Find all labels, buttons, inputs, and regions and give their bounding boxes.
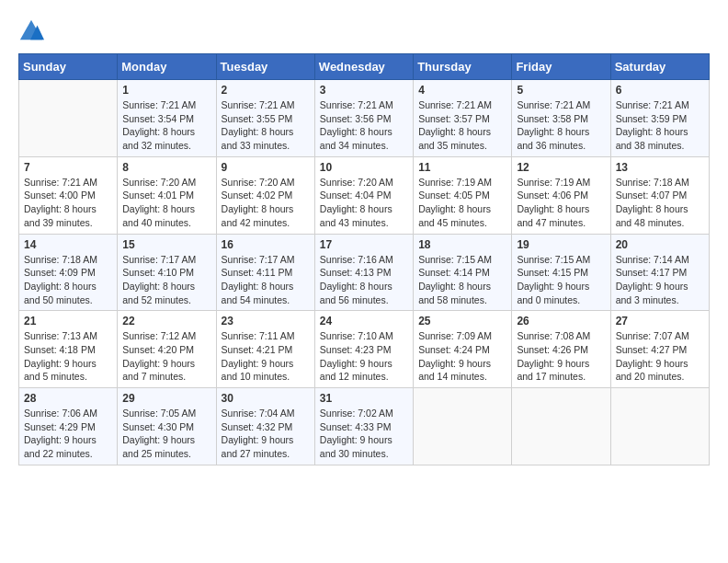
day-info: Sunrise: 7:21 AM Sunset: 3:58 PM Dayligh… xyxy=(517,98,605,153)
calendar-day-cell xyxy=(19,80,118,157)
calendar-day-cell: 1Sunrise: 7:21 AM Sunset: 3:54 PM Daylig… xyxy=(118,80,216,157)
day-info: Sunrise: 7:14 AM Sunset: 4:17 PM Dayligh… xyxy=(616,253,704,307)
day-info: Sunrise: 7:04 AM Sunset: 4:32 PM Dayligh… xyxy=(222,407,310,461)
day-number: 30 xyxy=(222,392,310,405)
calendar-day-cell: 2Sunrise: 7:21 AM Sunset: 3:55 PM Daylig… xyxy=(216,80,314,157)
calendar-day-cell: 4Sunrise: 7:21 AM Sunset: 3:57 PM Daylig… xyxy=(414,80,512,157)
day-number: 27 xyxy=(616,315,704,327)
day-number: 23 xyxy=(222,315,310,327)
calendar-day-cell: 24Sunrise: 7:10 AM Sunset: 4:23 PM Dayli… xyxy=(314,311,413,388)
day-number: 24 xyxy=(320,315,408,327)
calendar-day-cell: 31Sunrise: 7:02 AM Sunset: 4:33 PM Dayli… xyxy=(314,388,413,465)
day-number: 31 xyxy=(320,392,408,405)
calendar-day-cell: 10Sunrise: 7:20 AM Sunset: 4:04 PM Dayli… xyxy=(314,156,413,234)
calendar-week-row: 7Sunrise: 7:21 AM Sunset: 4:00 PM Daylig… xyxy=(19,156,710,234)
day-info: Sunrise: 7:18 AM Sunset: 4:07 PM Dayligh… xyxy=(616,176,704,230)
calendar-day-cell: 25Sunrise: 7:09 AM Sunset: 4:24 PM Dayli… xyxy=(414,311,512,388)
day-number: 10 xyxy=(320,161,408,174)
calendar-day-cell: 5Sunrise: 7:21 AM Sunset: 3:58 PM Daylig… xyxy=(512,80,610,157)
weekday-header: Friday xyxy=(512,54,610,80)
calendar-day-cell: 7Sunrise: 7:21 AM Sunset: 4:00 PM Daylig… xyxy=(19,156,118,234)
calendar-header-row: SundayMondayTuesdayWednesdayThursdayFrid… xyxy=(19,54,710,80)
day-number: 7 xyxy=(24,161,112,174)
weekday-header: Sunday xyxy=(19,54,118,80)
calendar-day-cell: 28Sunrise: 7:06 AM Sunset: 4:29 PM Dayli… xyxy=(19,388,118,465)
calendar-day-cell: 22Sunrise: 7:12 AM Sunset: 4:20 PM Dayli… xyxy=(118,311,216,388)
calendar-day-cell: 30Sunrise: 7:04 AM Sunset: 4:32 PM Dayli… xyxy=(216,388,314,465)
day-number: 25 xyxy=(418,315,506,327)
calendar-day-cell: 19Sunrise: 7:15 AM Sunset: 4:15 PM Dayli… xyxy=(512,234,610,311)
calendar-day-cell xyxy=(414,388,512,465)
calendar-day-cell: 17Sunrise: 7:16 AM Sunset: 4:13 PM Dayli… xyxy=(314,234,413,311)
logo-icon xyxy=(18,18,44,44)
calendar-day-cell xyxy=(610,388,709,465)
calendar-day-cell: 8Sunrise: 7:20 AM Sunset: 4:01 PM Daylig… xyxy=(118,156,216,234)
day-info: Sunrise: 7:21 AM Sunset: 3:56 PM Dayligh… xyxy=(320,98,408,153)
day-info: Sunrise: 7:18 AM Sunset: 4:09 PM Dayligh… xyxy=(24,253,112,307)
day-info: Sunrise: 7:21 AM Sunset: 3:55 PM Dayligh… xyxy=(222,98,310,153)
calendar-day-cell: 29Sunrise: 7:05 AM Sunset: 4:30 PM Dayli… xyxy=(118,388,216,465)
day-info: Sunrise: 7:02 AM Sunset: 4:33 PM Dayligh… xyxy=(320,407,408,461)
calendar-week-row: 14Sunrise: 7:18 AM Sunset: 4:09 PM Dayli… xyxy=(19,234,710,311)
day-info: Sunrise: 7:09 AM Sunset: 4:24 PM Dayligh… xyxy=(418,329,506,384)
day-number: 29 xyxy=(122,392,210,405)
day-number: 13 xyxy=(616,161,704,174)
day-number: 18 xyxy=(418,238,506,251)
day-number: 8 xyxy=(122,161,210,174)
calendar-day-cell xyxy=(512,388,610,465)
calendar-day-cell: 23Sunrise: 7:11 AM Sunset: 4:21 PM Dayli… xyxy=(216,311,314,388)
day-number: 14 xyxy=(24,238,112,251)
day-number: 4 xyxy=(418,84,506,97)
weekday-header: Wednesday xyxy=(314,54,413,80)
day-number: 2 xyxy=(222,84,310,97)
day-number: 1 xyxy=(122,84,210,97)
calendar-day-cell: 16Sunrise: 7:17 AM Sunset: 4:11 PM Dayli… xyxy=(216,234,314,311)
day-info: Sunrise: 7:05 AM Sunset: 4:30 PM Dayligh… xyxy=(122,407,210,461)
day-number: 3 xyxy=(320,84,408,97)
day-info: Sunrise: 7:19 AM Sunset: 4:05 PM Dayligh… xyxy=(418,176,506,230)
weekday-header: Monday xyxy=(118,54,216,80)
day-info: Sunrise: 7:10 AM Sunset: 4:23 PM Dayligh… xyxy=(320,329,408,384)
day-number: 26 xyxy=(517,315,605,327)
day-info: Sunrise: 7:17 AM Sunset: 4:10 PM Dayligh… xyxy=(122,253,210,307)
calendar-week-row: 28Sunrise: 7:06 AM Sunset: 4:29 PM Dayli… xyxy=(19,388,710,465)
day-number: 20 xyxy=(616,238,704,251)
day-info: Sunrise: 7:17 AM Sunset: 4:11 PM Dayligh… xyxy=(222,253,310,307)
day-number: 21 xyxy=(24,315,112,327)
calendar-day-cell: 21Sunrise: 7:13 AM Sunset: 4:18 PM Dayli… xyxy=(19,311,118,388)
day-number: 6 xyxy=(616,84,704,97)
day-number: 5 xyxy=(517,84,605,97)
day-info: Sunrise: 7:11 AM Sunset: 4:21 PM Dayligh… xyxy=(222,329,310,384)
day-info: Sunrise: 7:20 AM Sunset: 4:01 PM Dayligh… xyxy=(122,176,210,230)
calendar-table: SundayMondayTuesdayWednesdayThursdayFrid… xyxy=(18,53,710,465)
weekday-header: Thursday xyxy=(414,54,512,80)
day-info: Sunrise: 7:15 AM Sunset: 4:15 PM Dayligh… xyxy=(517,253,605,307)
day-info: Sunrise: 7:21 AM Sunset: 3:57 PM Dayligh… xyxy=(418,98,506,153)
day-info: Sunrise: 7:15 AM Sunset: 4:14 PM Dayligh… xyxy=(418,253,506,307)
day-info: Sunrise: 7:21 AM Sunset: 4:00 PM Dayligh… xyxy=(24,176,112,230)
calendar-day-cell: 11Sunrise: 7:19 AM Sunset: 4:05 PM Dayli… xyxy=(414,156,512,234)
day-number: 16 xyxy=(222,238,310,251)
calendar-day-cell: 6Sunrise: 7:21 AM Sunset: 3:59 PM Daylig… xyxy=(610,80,709,157)
calendar-day-cell: 9Sunrise: 7:20 AM Sunset: 4:02 PM Daylig… xyxy=(216,156,314,234)
weekday-header: Saturday xyxy=(610,54,709,80)
day-info: Sunrise: 7:12 AM Sunset: 4:20 PM Dayligh… xyxy=(122,329,210,384)
logo xyxy=(18,18,48,44)
calendar-day-cell: 14Sunrise: 7:18 AM Sunset: 4:09 PM Dayli… xyxy=(19,234,118,311)
day-info: Sunrise: 7:20 AM Sunset: 4:04 PM Dayligh… xyxy=(320,176,408,230)
day-number: 22 xyxy=(122,315,210,327)
day-number: 11 xyxy=(418,161,506,174)
calendar-day-cell: 26Sunrise: 7:08 AM Sunset: 4:26 PM Dayli… xyxy=(512,311,610,388)
calendar-day-cell: 18Sunrise: 7:15 AM Sunset: 4:14 PM Dayli… xyxy=(414,234,512,311)
day-info: Sunrise: 7:21 AM Sunset: 3:54 PM Dayligh… xyxy=(122,98,210,153)
calendar-day-cell: 20Sunrise: 7:14 AM Sunset: 4:17 PM Dayli… xyxy=(610,234,709,311)
day-number: 15 xyxy=(122,238,210,251)
calendar-day-cell: 27Sunrise: 7:07 AM Sunset: 4:27 PM Dayli… xyxy=(610,311,709,388)
day-info: Sunrise: 7:06 AM Sunset: 4:29 PM Dayligh… xyxy=(24,407,112,461)
day-number: 9 xyxy=(222,161,310,174)
calendar-week-row: 21Sunrise: 7:13 AM Sunset: 4:18 PM Dayli… xyxy=(19,311,710,388)
day-info: Sunrise: 7:07 AM Sunset: 4:27 PM Dayligh… xyxy=(616,329,704,384)
day-info: Sunrise: 7:16 AM Sunset: 4:13 PM Dayligh… xyxy=(320,253,408,307)
weekday-header: Tuesday xyxy=(216,54,314,80)
day-number: 12 xyxy=(517,161,605,174)
